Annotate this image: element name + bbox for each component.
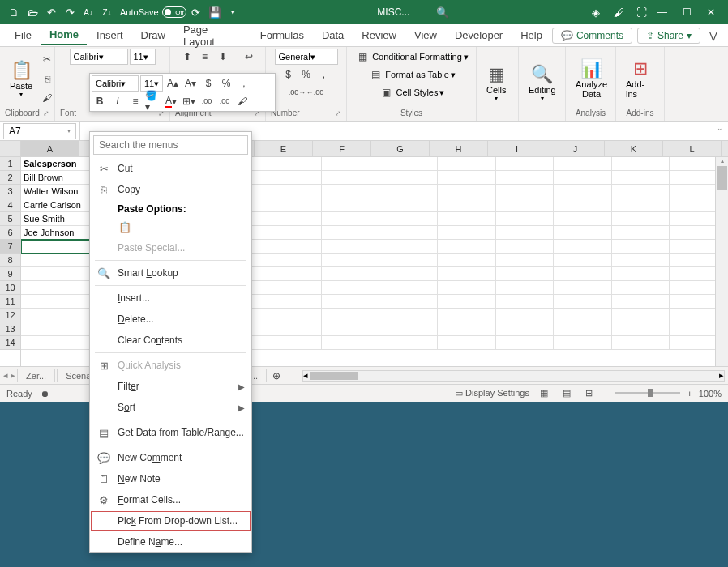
menu-cut[interactable]: ✂Cut bbox=[90, 158, 251, 179]
row-header[interactable]: 11 bbox=[0, 295, 20, 309]
tab-review[interactable]: Review bbox=[353, 26, 405, 45]
copy-icon[interactable]: ⎘ bbox=[39, 70, 55, 87]
horizontal-scrollbar[interactable]: ◂▸ bbox=[302, 370, 725, 382]
cell[interactable] bbox=[263, 226, 322, 240]
cell[interactable] bbox=[612, 267, 670, 281]
accounting-icon[interactable]: $ bbox=[200, 75, 216, 92]
cell[interactable] bbox=[263, 322, 322, 336]
row-header[interactable]: 4 bbox=[0, 198, 20, 212]
borders-icon[interactable]: ⊞▾ bbox=[181, 93, 197, 109]
cell[interactable] bbox=[322, 281, 380, 295]
decrease-decimal-icon[interactable]: ←.00 bbox=[307, 84, 323, 100]
cell[interactable] bbox=[612, 336, 670, 350]
wrap-text-icon[interactable]: ↩ bbox=[241, 49, 257, 65]
cell[interactable] bbox=[612, 322, 670, 336]
cell[interactable] bbox=[322, 267, 380, 281]
cell[interactable] bbox=[21, 254, 90, 267]
column-header[interactable]: L bbox=[663, 141, 722, 156]
tab-formulas[interactable]: Formulas bbox=[252, 26, 312, 45]
tab-page-layout[interactable]: Page Layout bbox=[175, 20, 251, 51]
cell[interactable] bbox=[322, 226, 380, 240]
menu-search-input[interactable] bbox=[93, 135, 248, 155]
undo-icon[interactable]: ↶ bbox=[42, 3, 60, 21]
cell[interactable] bbox=[554, 309, 612, 322]
align-top-icon[interactable]: ⬆ bbox=[179, 49, 195, 65]
cell[interactable] bbox=[322, 254, 380, 267]
number-format-select[interactable]: General ▾ bbox=[275, 49, 338, 65]
menu-insert[interactable]: Insert... bbox=[90, 288, 251, 309]
maximize-button[interactable]: ☐ bbox=[674, 3, 699, 21]
cell[interactable] bbox=[496, 254, 555, 267]
cut-icon[interactable]: ✂ bbox=[39, 51, 55, 67]
minimize-button[interactable]: — bbox=[650, 3, 674, 21]
format-painter-icon[interactable]: 🖌 bbox=[39, 90, 55, 106]
cell[interactable] bbox=[322, 336, 380, 350]
format-as-table-button[interactable]: ▤Format as Table ▾ bbox=[367, 66, 456, 83]
cell[interactable] bbox=[379, 295, 438, 309]
comma-icon[interactable]: , bbox=[236, 75, 252, 92]
cell[interactable] bbox=[496, 240, 555, 254]
cell[interactable] bbox=[612, 295, 670, 309]
menu-copy[interactable]: ⎘Copy bbox=[90, 179, 251, 200]
row-header[interactable]: 9 bbox=[0, 267, 20, 281]
tab-draw[interactable]: Draw bbox=[133, 26, 173, 45]
normal-view-icon[interactable]: ▦ bbox=[536, 387, 552, 400]
cell[interactable] bbox=[21, 267, 90, 281]
increase-font-icon[interactable]: A▴ bbox=[165, 75, 181, 92]
cell[interactable] bbox=[612, 171, 670, 185]
cell[interactable] bbox=[438, 198, 496, 212]
cell[interactable] bbox=[496, 322, 555, 336]
format-painter-icon[interactable]: 🖌 bbox=[234, 93, 251, 109]
cell[interactable] bbox=[554, 336, 612, 350]
sort-asc-icon[interactable]: A↓ bbox=[79, 3, 97, 21]
zoom-out-button[interactable]: − bbox=[604, 389, 609, 399]
align-bottom-icon[interactable]: ⬇ bbox=[215, 49, 231, 65]
cell[interactable]: Walter Wilson bbox=[21, 185, 90, 198]
row-header[interactable]: 7 bbox=[0, 240, 20, 254]
cell[interactable] bbox=[379, 198, 438, 212]
cell[interactable] bbox=[21, 309, 90, 322]
cell[interactable] bbox=[322, 198, 380, 212]
open-file-icon[interactable]: 🗁 bbox=[24, 3, 41, 21]
cell[interactable] bbox=[554, 226, 612, 240]
menu-format-cells[interactable]: ⚙Format Cells... bbox=[90, 489, 251, 510]
cell[interactable] bbox=[554, 185, 612, 198]
percent-icon[interactable]: % bbox=[218, 75, 234, 92]
cell[interactable] bbox=[496, 267, 555, 281]
cell[interactable] bbox=[496, 157, 555, 171]
cell[interactable] bbox=[438, 309, 496, 322]
menu-smart-lookup[interactable]: 🔍Smart Lookup bbox=[90, 262, 251, 284]
font-name-select[interactable]: Calibri ▾ bbox=[70, 49, 128, 65]
comma-icon[interactable]: , bbox=[316, 66, 332, 83]
cell[interactable] bbox=[496, 171, 555, 185]
cell[interactable] bbox=[379, 254, 438, 267]
cell[interactable] bbox=[21, 322, 90, 336]
cell[interactable] bbox=[612, 157, 670, 171]
cell[interactable]: Sue Smith bbox=[21, 212, 90, 226]
column-header[interactable]: H bbox=[430, 141, 488, 156]
cell[interactable] bbox=[554, 212, 612, 226]
new-file-icon[interactable]: 🗋 bbox=[5, 3, 23, 21]
cell[interactable]: Carrie Carlson bbox=[21, 198, 90, 212]
cell[interactable] bbox=[263, 157, 322, 171]
cell[interactable] bbox=[438, 254, 496, 267]
qat-more-icon[interactable]: ▾ bbox=[225, 3, 242, 21]
menu-search[interactable] bbox=[93, 135, 248, 155]
cell[interactable] bbox=[263, 309, 322, 322]
increase-decimal-icon[interactable]: .00→ bbox=[289, 84, 306, 100]
addins-button[interactable]: ⊞Add-ins bbox=[621, 50, 659, 107]
cell[interactable] bbox=[612, 226, 670, 240]
cell[interactable] bbox=[322, 171, 380, 185]
cell[interactable] bbox=[554, 198, 612, 212]
cell[interactable] bbox=[263, 336, 322, 350]
cell[interactable] bbox=[496, 309, 555, 322]
sheet-tab[interactable]: Zer... bbox=[17, 369, 55, 382]
cell[interactable] bbox=[612, 240, 670, 254]
menu-filter[interactable]: Filter▶ bbox=[90, 376, 251, 397]
cell[interactable] bbox=[21, 336, 90, 350]
name-box[interactable]: A7▾ bbox=[3, 123, 76, 139]
cell[interactable] bbox=[554, 295, 612, 309]
row-header[interactable]: 12 bbox=[0, 309, 20, 322]
paste-button[interactable]: 📋 Paste ▾ bbox=[5, 50, 37, 107]
cell[interactable] bbox=[496, 336, 555, 350]
